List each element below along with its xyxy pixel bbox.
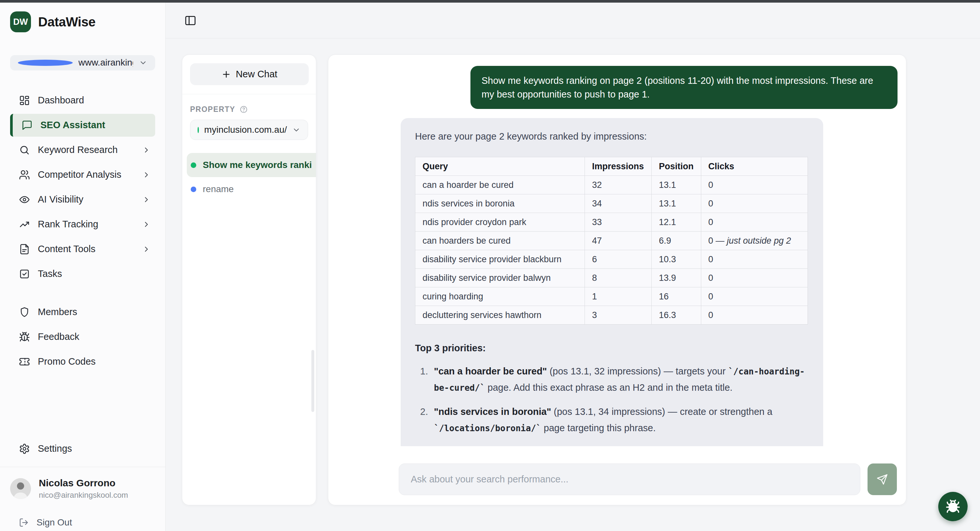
cell-position: 16 (652, 287, 701, 306)
new-chat-label: New Chat (236, 69, 277, 80)
property-selector[interactable]: myinclusion.com.au/ (190, 120, 308, 140)
bug-icon (19, 332, 30, 343)
sidebar-item-label: Keyword Research (38, 145, 134, 155)
cell-clicks: 0 (701, 287, 808, 306)
sidebar-item-label: Settings (38, 443, 151, 454)
bug-report-fab[interactable] (938, 492, 967, 521)
sidebar-item-promo-codes[interactable]: Promo Codes (10, 350, 155, 373)
search-icon (19, 145, 30, 156)
sidebar-toggle-button[interactable] (181, 12, 199, 29)
help-circle-icon[interactable] (239, 105, 248, 114)
chat-history-item[interactable]: rename (187, 177, 316, 201)
chat-list-divider (182, 94, 316, 94)
user-info: Nicolas Gorrono nico@airankingskool.com (39, 477, 128, 500)
logo-badge: DW (10, 11, 31, 32)
table-row: disability service provider balwyn 8 13.… (415, 269, 808, 287)
avatar-photo (10, 478, 31, 499)
property-section: PROPERTY (190, 105, 308, 114)
sidebar-item-seo-assistant[interactable]: SEO Assistant (10, 114, 155, 137)
shield-icon (19, 306, 30, 318)
sidebar-item-label: Members (38, 306, 151, 317)
chevron-down-icon (139, 58, 147, 67)
sidebar-divider (0, 467, 165, 467)
document-icon (19, 244, 30, 255)
chevron-right-icon (142, 171, 151, 179)
priorities-title: Top 3 priorities: (415, 343, 809, 354)
sidebar-item-label: SEO Assistant (40, 120, 151, 131)
cell-query: ndis services in boronia (415, 195, 585, 213)
property-value: myinclusion.com.au/ (204, 124, 287, 135)
chat-bubble-icon (22, 120, 33, 131)
app-name: DataWise (38, 15, 95, 29)
chevron-right-icon (142, 220, 151, 229)
cell-clicks: 0 (701, 213, 808, 231)
sidebar-item-members[interactable]: Members (10, 301, 155, 324)
sidebar-item-keyword-research[interactable]: Keyword Research (10, 139, 155, 161)
property-label: PROPERTY (190, 105, 235, 114)
sidebar-item-label: Rank Tracking (38, 219, 134, 230)
chat-status-dot (191, 163, 196, 168)
cell-impressions: 1 (585, 287, 652, 306)
domain-selector[interactable]: www.airankingskool.com (10, 55, 155, 70)
sidebar-item-label: Content Tools (38, 244, 134, 254)
priority-number: 2. (415, 404, 428, 437)
trending-up-icon (19, 219, 30, 230)
sidebar-item-label: AI Visibility (38, 194, 134, 205)
logout-icon (19, 518, 29, 528)
window-top-edge (0, 0, 980, 3)
sidebar-item-competitor-analysis[interactable]: Competitor Analysis (10, 163, 155, 186)
chat-input-bar (328, 446, 906, 505)
cell-impressions: 8 (585, 269, 652, 287)
chat-input[interactable] (399, 464, 860, 495)
chat-title: Show me keywords ranki (203, 160, 312, 170)
column-header-impressions: Impressions (585, 157, 652, 176)
cell-impressions: 33 (585, 213, 652, 231)
new-chat-button[interactable]: New Chat (190, 63, 309, 85)
cell-clicks: 0 (701, 250, 808, 269)
dashboard-icon (19, 95, 30, 106)
panel-left-icon (184, 14, 197, 27)
cell-impressions: 6 (585, 250, 652, 269)
cell-query: disability service provider balwyn (415, 269, 585, 287)
cell-position: 16.3 (652, 306, 701, 325)
user-name: Nicolas Gorrono (39, 477, 128, 489)
assistant-intro: Here are your page 2 keywords ranked by … (415, 131, 809, 142)
chat-history-list: Show me keywords ranki rename (182, 153, 316, 201)
cell-impressions: 3 (585, 306, 652, 325)
sidebar-item-dashboard[interactable]: Dashboard (10, 89, 155, 112)
property-status-dot (197, 127, 199, 133)
sidebar-item-feedback[interactable]: Feedback (10, 325, 155, 348)
keywords-table: Query Impressions Position Clicks can a … (415, 157, 808, 325)
table-row: ndis services in boronia 34 13.1 0 (415, 195, 808, 213)
send-button[interactable] (867, 464, 897, 495)
cell-clicks: 0 — just outside pg 2 (701, 231, 808, 250)
sidebar-item-rank-tracking[interactable]: Rank Tracking (10, 213, 155, 236)
priority-item: 2. "ndis services in boronia" (pos 13.1,… (415, 404, 809, 437)
sign-out-button[interactable]: Sign Out (10, 514, 155, 531)
cell-clicks: 0 (701, 195, 808, 213)
chat-status-dot (191, 187, 196, 192)
user-profile[interactable]: Nicolas Gorrono nico@airankingskool.com (10, 477, 155, 500)
domain-selector-value: www.airankingskool.com (79, 57, 133, 68)
table-row: curing hoarding 1 16 0 (415, 287, 808, 306)
conversation-panel: Show me keywords ranking on page 2 (posi… (328, 54, 906, 505)
priority-text: "ndis services in boronia" (pos 13.1, 34… (434, 404, 809, 437)
priority-item: 1. "can a hoarder be cured" (pos 13.1, 3… (415, 364, 809, 396)
sidebar-item-content-tools[interactable]: Content Tools (10, 238, 155, 261)
chevron-down-icon (292, 126, 301, 134)
chevron-right-icon (142, 245, 151, 254)
sidebar-item-settings[interactable]: Settings (10, 437, 155, 460)
scrollbar-thumb[interactable] (311, 350, 314, 412)
cell-position: 10.3 (652, 250, 701, 269)
chat-title: rename (203, 184, 234, 195)
sidebar-item-tasks[interactable]: Tasks (10, 263, 155, 285)
task-check-icon (19, 268, 30, 279)
chevron-right-icon (142, 195, 151, 204)
column-header-query: Query (415, 157, 585, 176)
table-row: ndis provider croydon park 33 12.1 0 (415, 213, 808, 231)
chevron-right-icon (142, 146, 151, 154)
sidebar-item-ai-visibility[interactable]: AI Visibility (10, 188, 155, 211)
chat-history-item[interactable]: Show me keywords ranki (187, 153, 316, 177)
cell-position: 12.1 (652, 213, 701, 231)
cell-clicks: 0 (701, 176, 808, 195)
